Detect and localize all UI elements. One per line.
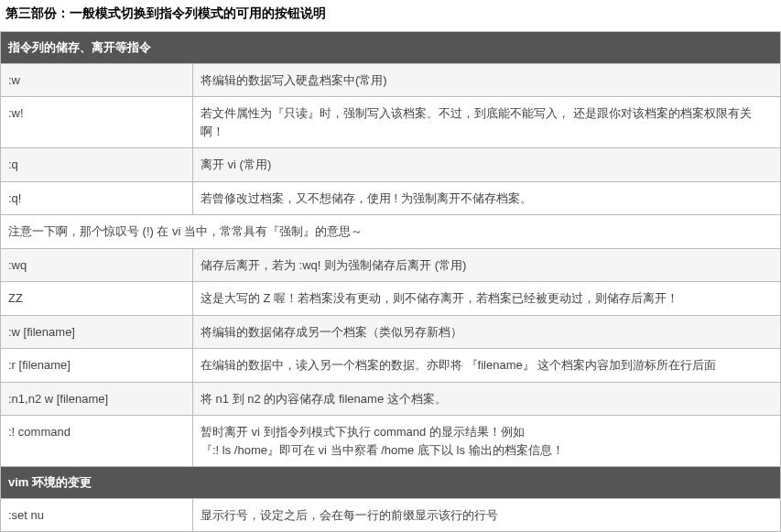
desc-cell: 若曾修改过档案，又不想储存，使用 ! 为强制离开不储存档案。 — [193, 181, 781, 215]
cmd-cell: :! command — [1, 416, 193, 467]
desc-cell: 将编辑的数据写入硬盘档案中(常用) — [193, 63, 781, 97]
page-heading: 第三部份：一般模式切换到指令列模式的可用的按钮说明 — [0, 0, 781, 31]
cmd-cell: :set nu — [1, 498, 193, 532]
cmd-cell: :w — [1, 63, 193, 97]
desc-cell: 离开 vi (常用) — [193, 148, 781, 182]
table-row: :wq 储存后离开，若为 :wq! 则为强制储存后离开 (常用) — [1, 248, 781, 282]
command-table: 指令列的储存、离开等指令 :w 将编辑的数据写入硬盘档案中(常用) :w! 若文… — [0, 31, 781, 532]
desc-cell: 将 n1 到 n2 的内容储存成 filename 这个档案。 — [193, 382, 781, 416]
desc-cell: 这是大写的 Z 喔！若档案没有更动，则不储存离开，若档案已经被更动过，则储存后离… — [193, 282, 781, 316]
table-row: :w 将编辑的数据写入硬盘档案中(常用) — [1, 63, 781, 97]
desc-cell: 将编辑的数据储存成另一个档案（类似另存新档） — [193, 315, 781, 349]
table-row: :! command 暂时离开 vi 到指令列模式下执行 command 的显示… — [1, 416, 781, 467]
note-row: 注意一下啊，那个惊叹号 (!) 在 vi 当中，常常具有『强制』的意思～ — [1, 215, 781, 249]
cmd-cell: :w! — [1, 97, 193, 148]
table-row: ZZ 这是大写的 Z 喔！若档案没有更动，则不储存离开，若档案已经被更动过，则储… — [1, 282, 781, 316]
section2-header: vim 环境的变更 — [1, 467, 781, 499]
desc-cell: 显示行号，设定之后，会在每一行的前缀显示该行的行号 — [193, 498, 781, 532]
desc-cell: 暂时离开 vi 到指令列模式下执行 command 的显示结果！例如 『:! l… — [193, 416, 781, 467]
cmd-cell: :r [filename] — [1, 349, 193, 383]
table-row: :w [filename] 将编辑的数据储存成另一个档案（类似另存新档） — [1, 315, 781, 349]
table-row: :n1,n2 w [filename] 将 n1 到 n2 的内容储存成 fil… — [1, 382, 781, 416]
table-row: :set nu 显示行号，设定之后，会在每一行的前缀显示该行的行号 — [1, 498, 781, 532]
cmd-cell: :n1,n2 w [filename] — [1, 382, 193, 416]
cmd-cell: :w [filename] — [1, 315, 193, 349]
desc-cell: 储存后离开，若为 :wq! 则为强制储存后离开 (常用) — [193, 248, 781, 282]
section1-header: 指令列的储存、离开等指令 — [1, 32, 781, 64]
table-row: :r [filename] 在编辑的数据中，读入另一个档案的数据。亦即将 『fi… — [1, 349, 781, 383]
desc-cell: 若文件属性为『只读』时，强制写入该档案。不过，到底能不能写入， 还是跟你对该档案… — [193, 97, 781, 148]
table-row: :w! 若文件属性为『只读』时，强制写入该档案。不过，到底能不能写入， 还是跟你… — [1, 97, 781, 148]
cmd-cell: :wq — [1, 248, 193, 282]
cmd-cell: :q! — [1, 181, 193, 215]
cmd-cell: :q — [1, 148, 193, 182]
table-row: :q! 若曾修改过档案，又不想储存，使用 ! 为强制离开不储存档案。 — [1, 181, 781, 215]
cmd-cell: ZZ — [1, 282, 193, 316]
desc-cell: 在编辑的数据中，读入另一个档案的数据。亦即将 『filename』 这个档案内容… — [193, 349, 781, 383]
note-cell: 注意一下啊，那个惊叹号 (!) 在 vi 当中，常常具有『强制』的意思～ — [1, 215, 781, 249]
table-row: :q 离开 vi (常用) — [1, 148, 781, 182]
